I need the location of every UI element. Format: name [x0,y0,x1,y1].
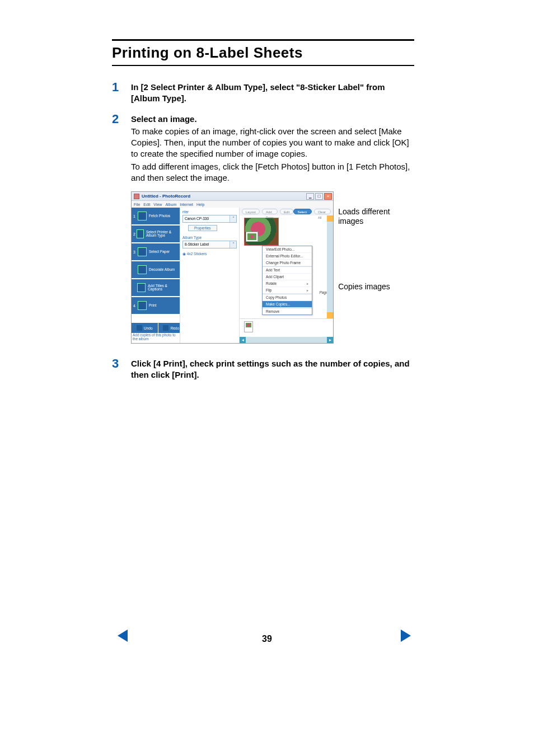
ctx-change-frame[interactable]: Change Photo Frame [263,260,312,266]
redo-icon [163,325,168,331]
step-body: In [2 Select Printer & Album Type], sele… [131,81,414,105]
close-button[interactable]: × [324,193,332,200]
document-page: Printing on 8-Label Sheets 1 In [2 Selec… [0,0,534,756]
menu-edit[interactable]: Edit [143,203,150,206]
ctx-copy-photos[interactable]: Copy Photos [263,294,312,301]
menu-internet[interactable]: Internet [180,203,193,206]
properties-button[interactable]: Properties [188,225,217,231]
ctx-view-edit[interactable]: View/Edit Photo... [263,246,312,253]
undo-button[interactable]: Undo [132,323,158,333]
page-thumb[interactable] [244,321,253,332]
app-icon [134,194,139,199]
menu-view[interactable]: View [153,203,162,206]
maximize-button[interactable]: □ [315,193,323,200]
page-number: 39 [262,634,272,644]
sidebar: 1 Fetch Photos 2 Select Printer & Album … [132,208,180,343]
ctx-add-clipart[interactable]: Add Clipart [263,274,312,280]
step-2: 2 Select an image. To make copies of an … [112,112,414,184]
canvas-area: Layout Add Page Edit Select All Clear Al… [239,208,333,343]
sidebar-step-num: 1 [133,214,137,218]
menu-help[interactable]: Help [196,203,204,206]
step-number: 1 [112,81,131,93]
album-type-label: Album Type [182,236,237,240]
sidebar-decorate-album[interactable]: Decorate Album [132,261,180,278]
next-page-button[interactable] [401,630,411,644]
sidebar-item-label: Fetch Photos [149,214,170,218]
chevron-down-icon: ˅ [229,241,236,248]
triangle-right-icon [401,630,411,642]
add-page-pill[interactable]: Add Page [262,209,278,214]
vertical-scrollbar[interactable] [327,215,333,318]
step-number: 3 [112,357,131,370]
ctx-external-editor[interactable]: External Photo Editor... [263,253,312,260]
fetch-photos-icon [138,212,147,220]
triangle-left-icon [118,630,128,642]
menu-album[interactable]: Album [165,203,176,206]
ctx-remove[interactable]: Remove [263,308,312,314]
step-lead: In [2 Select Printer & Album Type], sele… [131,82,414,105]
sidebar-item-label: Print [149,304,156,308]
select-all-pill[interactable]: Select All [293,209,311,214]
sidebar-step-num: 3 [133,250,137,254]
sidebar-item-label: Select Paper [149,250,170,254]
chevron-down-icon: ˅ [229,215,236,222]
scroll-left-icon[interactable]: ◂ [240,337,246,343]
layout-pill[interactable]: Layout [242,209,260,214]
ctx-make-copies[interactable]: Make Copies... [263,301,312,308]
minimize-button[interactable]: ‗ [306,193,314,200]
photo-thumb-overlay[interactable] [246,232,257,241]
layout-radio-label: 4x2 Stickers [187,252,207,256]
horizontal-scrollbar[interactable]: ◂ ▸ [240,337,333,343]
sidebar-select-paper[interactable]: 3 Select Paper [132,243,180,260]
clear-all-pill[interactable]: Clear All [314,209,331,214]
step-3: 3 Click [4 Print], check print settings … [112,357,414,381]
sidebar-select-printer[interactable]: 2 Select Printer & Album Type [132,226,180,242]
step-lead: Select an image. [131,114,414,125]
figure-wrap: Untitled - PhotoRecord ‗ □ × File Edit V… [131,191,414,344]
ctx-flip[interactable]: Flip▸ [263,287,312,294]
sidebar-step-num: 2 [133,232,135,236]
album-type-select[interactable]: 8-Sticker Label ˅ [182,241,237,248]
sidebar-fetch-photos[interactable]: 1 Fetch Photos [132,208,180,224]
step-body: Select an image. To make copies of an im… [131,112,414,184]
sidebar-item-label: Add Titles & Captions [148,284,180,292]
canvas-toolbar: Layout Add Page Edit Select All Clear Al… [240,208,333,215]
step-lead: Click [4 Print], check print settings su… [131,358,414,381]
figure-annotations: Loads different images Copies images [338,191,414,291]
scroll-right-icon[interactable]: ▸ [327,337,333,343]
page-heading: Printing on 8-Label Sheets [112,44,414,62]
undo-icon [137,325,142,331]
paper-icon [138,247,147,256]
heading-rule-top [112,39,414,41]
album-type-value: 8-Sticker Label [183,241,229,248]
titlebar: Untitled - PhotoRecord ‗ □ × [132,192,333,201]
content-column: Printing on 8-Label Sheets 1 In [2 Selec… [112,39,414,381]
prev-page-button[interactable] [118,630,128,644]
redo-label: Redo [170,326,179,330]
ctx-add-text[interactable]: Add Text [263,266,312,274]
step-1: 1 In [2 Select Printer & Album Type], se… [112,81,414,105]
sidebar-add-titles[interactable]: Add Titles & Captions [132,279,180,296]
context-menu: View/Edit Photo... External Photo Editor… [262,246,312,315]
undo-label: Undo [144,326,153,330]
edit-pill[interactable]: Edit [280,209,293,214]
sidebar-item-label: Decorate Album [149,268,175,272]
menu-file[interactable]: File [134,203,140,206]
layout-radio[interactable]: ◉ 4x2 Stickers [182,252,237,256]
printer-select[interactable]: Canon CP-330 ˅ [182,215,237,223]
printer-label: nter [182,210,237,214]
printer-icon [137,229,143,238]
photo-preview[interactable] [244,218,279,246]
step-paragraph: To make copies of an image, right-click … [131,126,414,160]
scroll-down-icon[interactable] [327,312,333,318]
step-number: 2 [112,112,131,125]
page-footer: 39 [0,634,534,644]
titles-icon [137,283,146,292]
ctx-rotate[interactable]: Rotate▸ [263,280,312,287]
menubar: File Edit View Album Internet Help [132,201,333,208]
scroll-up-icon[interactable] [327,215,333,222]
print-icon [138,301,147,310]
submenu-arrow-icon: ▸ [307,288,308,292]
submenu-arrow-icon: ▸ [307,281,308,285]
sidebar-print[interactable]: 4 Print [132,297,180,314]
